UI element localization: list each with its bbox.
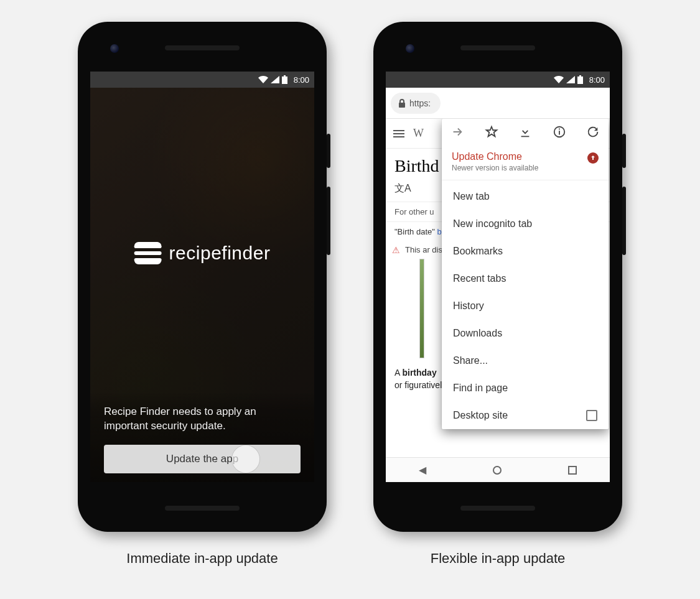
menu-desktop-site[interactable]: Desktop site [442,402,609,429]
volume-button[interactable] [327,187,330,255]
download-icon[interactable] [518,125,532,139]
info-icon[interactable] [553,125,566,139]
menu-share[interactable]: Share... [442,347,609,374]
speaker-top [460,45,535,50]
caption-left: Immediate in-app update [126,550,278,567]
brand-text: recipefinder [169,243,271,264]
menu-new-incognito-tab[interactable]: New incognito tab [442,210,609,238]
svg-rect-1 [284,75,286,77]
status-bar: 8:00 [386,72,610,88]
article-thumbnail [419,259,424,358]
caption-right: Flexible in-app update [431,550,565,567]
overflow-menu: Update Chrome Newer version is available… [442,119,609,429]
update-badge-icon [587,152,599,164]
menu-downloads[interactable]: Downloads [442,320,609,347]
desktop-site-checkbox[interactable] [586,410,597,421]
update-button-label: Update the app [166,453,238,465]
svg-rect-7 [559,129,560,130]
burger-icon [134,239,162,267]
forward-icon[interactable] [450,125,464,139]
status-time: 8:00 [589,75,605,85]
svg-rect-2 [577,77,583,84]
phone-frame-left: 8:00 recipefinder Recipe Finder needs to… [78,22,327,532]
reload-icon[interactable] [586,125,600,139]
phone-frame-right: 8:00 https: W Birthd [373,22,622,532]
screen-left: 8:00 recipefinder Recipe Finder needs to… [90,72,314,482]
menu-icon-row [442,119,609,145]
cell-signal-icon [566,76,575,83]
menu-history[interactable]: History [442,292,609,320]
nav-recents-icon[interactable] [568,466,577,475]
system-nav-bar: ◀ [386,457,610,482]
menu-update-chrome[interactable]: Update Chrome Newer version is available [442,145,609,177]
chrome-screen: https: W Birthd 文A For other u "Birth da… [386,88,610,482]
speaker-bottom [460,506,535,511]
wiki-logo: W [413,127,424,140]
wifi-icon [554,76,564,83]
svg-rect-3 [579,75,581,77]
nav-home-icon[interactable] [493,466,502,475]
status-time: 8:00 [294,75,309,85]
screen-right: 8:00 https: W Birthd [386,72,610,482]
hamburger-icon[interactable] [393,130,404,137]
battery-icon [282,75,287,84]
svg-rect-6 [559,131,560,134]
update-app-button[interactable]: Update the app [104,445,301,473]
speaker-bottom [165,506,240,511]
star-icon[interactable] [485,125,498,139]
lock-icon [398,99,406,108]
menu-recent-tabs[interactable]: Recent tabs [442,265,609,292]
toolbar: https: [386,88,610,119]
wifi-icon [258,76,268,83]
status-bar: 8:00 [90,72,314,88]
battery-icon [577,75,583,84]
nav-back-icon[interactable]: ◀ [419,464,426,476]
volume-button[interactable] [622,187,626,255]
svg-rect-4 [399,103,405,108]
touch-indicator [232,445,259,473]
speaker-top [165,45,240,50]
warning-icon: ⚠ [392,245,400,255]
omnibox[interactable]: https: [391,93,441,114]
update-subtitle: Newer version is available [452,164,581,172]
update-title: Update Chrome [452,151,581,162]
app-brand: recipefinder [134,239,271,267]
update-prompt: Recipe Finder needs to apply an importan… [90,391,314,482]
menu-find-in-page[interactable]: Find in page [442,374,609,402]
menu-separator [442,180,609,180]
update-message: Recipe Finder needs to apply an importan… [104,405,301,434]
redirect-prefix: "Birth date" [394,227,435,236]
page-content[interactable]: W Birthd 文A For other u "Birth date" bir… [386,119,610,457]
recipe-app-screen: recipefinder Recipe Finder needs to appl… [90,88,314,482]
power-button[interactable] [622,134,626,168]
cell-signal-icon [271,76,279,83]
omnibox-text: https: [409,98,431,108]
menu-new-tab[interactable]: New tab [442,183,609,210]
menu-bookmarks[interactable]: Bookmarks [442,238,609,265]
svg-rect-0 [282,77,287,84]
power-button[interactable] [327,134,330,168]
